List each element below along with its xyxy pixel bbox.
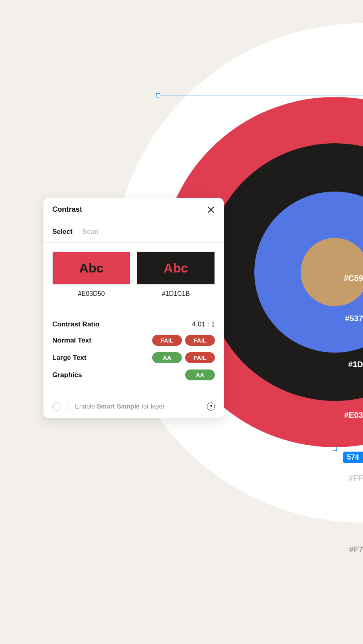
color-label-black: #1D — [348, 360, 363, 369]
foreground-hex-label: #E03D50 — [78, 290, 105, 297]
color-label-tan: #C59 — [344, 274, 363, 283]
footer-suffix: for layer — [140, 403, 165, 410]
contrast-ratio-row: Contrast Ratio 4.01 : 1 — [52, 317, 215, 332]
graphics-label: Graphics — [52, 371, 82, 379]
normal-text-label: Normal Text — [52, 336, 91, 345]
foreground-swatch[interactable]: Abc — [52, 252, 130, 285]
selection-handle-top-left[interactable] — [156, 93, 160, 97]
color-label-white: #FF — [349, 473, 363, 483]
large-text-row: Large Text AA FAIL — [52, 349, 215, 366]
normal-text-row: Normal Text FAIL FAIL — [52, 332, 215, 349]
background-swatch[interactable]: Abc — [137, 252, 215, 285]
smart-sample-label: Enable Smart Sample for layer — [75, 403, 165, 410]
help-icon: ? — [209, 404, 212, 410]
panel-tabs: Select Scan — [43, 221, 224, 243]
swatch-row: Abc #E03D50 Abc #1D1C1B — [43, 243, 224, 297]
graphics-row: Graphics AA — [52, 366, 215, 384]
large-text-aa-badge: AA — [152, 352, 182, 363]
background-swatch-box: Abc #1D1C1B — [137, 252, 215, 297]
panel-title: Contrast — [52, 205, 82, 214]
normal-text-aaa-badge: FAIL — [185, 335, 215, 346]
footer-prefix: Enable — [75, 403, 97, 410]
close-button[interactable] — [207, 206, 215, 214]
large-text-label: Large Text — [52, 354, 87, 362]
color-label-blue: #537 — [345, 314, 363, 323]
panel-footer: Enable Smart Sample for layer ? — [43, 395, 224, 418]
color-label-background: #F7 — [349, 545, 363, 554]
large-text-aaa-badge: FAIL — [185, 352, 215, 363]
contrast-ratio-label: Contrast Ratio — [52, 320, 99, 328]
smart-sample-toggle[interactable] — [52, 402, 69, 411]
selection-handle-bottom-mid[interactable] — [333, 447, 337, 451]
contrast-panel: Contrast Select Scan Abc #E03D50 Abc #1D… — [43, 198, 224, 418]
graphics-aa-badge: AA — [185, 369, 215, 380]
results-section: Contrast Ratio 4.01 : 1 Normal Text FAIL… — [43, 308, 224, 395]
tab-select[interactable]: Select — [52, 228, 72, 236]
help-button[interactable]: ? — [207, 402, 215, 411]
background-hex-label: #1D1C1B — [162, 290, 190, 297]
selection-dimension-badge: 574 — [343, 452, 363, 463]
tab-scan[interactable]: Scan — [82, 228, 99, 236]
contrast-ratio-value: 4.01 : 1 — [192, 320, 215, 328]
close-icon — [207, 206, 214, 213]
normal-text-aa-badge: FAIL — [152, 335, 182, 346]
panel-header: Contrast — [43, 198, 224, 221]
footer-emphasis: Smart Sample — [97, 403, 140, 410]
foreground-swatch-box: Abc #E03D50 — [52, 252, 130, 297]
color-label-red: #E03 — [344, 411, 363, 420]
